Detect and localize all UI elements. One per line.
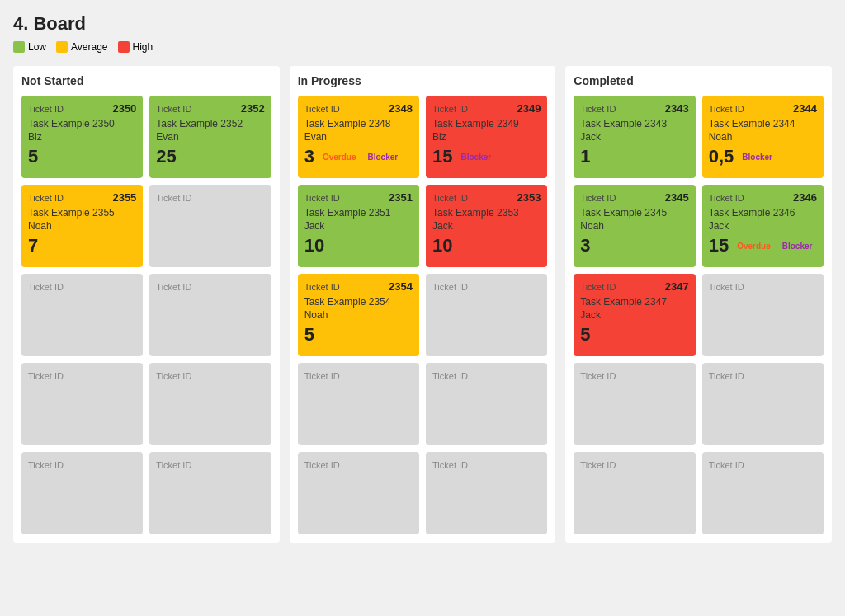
legend-color-average: [56, 41, 68, 53]
card[interactable]: Ticket ID: [149, 274, 271, 356]
card[interactable]: Ticket ID: [702, 363, 824, 445]
sub-col-completed-0: Ticket ID2343Task Example 2343Jack1Ticke…: [574, 96, 695, 534]
sub-col-not-started-1: Ticket ID2352Task Example 2352Evan25Tick…: [149, 96, 271, 534]
card[interactable]: Ticket ID2348Task Example 2348Evan3Overd…: [298, 96, 419, 178]
card-task: Task Example 2343: [580, 118, 688, 129]
card-bottom: 3OverdueBlocker: [304, 146, 413, 167]
card[interactable]: Ticket ID2349Task Example 2349Biz15Block…: [426, 96, 547, 178]
card-ticket-label: Ticket ID: [432, 193, 468, 203]
card[interactable]: Ticket ID2355Task Example 2355Noah7: [21, 185, 143, 267]
card[interactable]: Ticket ID: [149, 452, 271, 534]
card-number: 3: [304, 146, 314, 167]
empty-ticket-label: Ticket ID: [304, 371, 340, 381]
card-task: Task Example 2349: [432, 118, 541, 129]
card-ticket-id: 2345: [665, 191, 689, 204]
legend-item-average: Average: [56, 41, 107, 53]
card-ticket-row: Ticket ID2355: [28, 191, 136, 204]
badge-overdue: Overdue: [319, 151, 360, 163]
card[interactable]: Ticket ID2343Task Example 2343Jack1: [574, 96, 695, 178]
card[interactable]: Ticket ID2344Task Example 2344Noah0,5Blo…: [702, 96, 824, 178]
card-bottom: 0,5Blocker: [709, 146, 817, 167]
card-number: 0,5: [709, 146, 734, 167]
card-ticket-id: 2351: [389, 191, 413, 204]
empty-ticket-label: Ticket ID: [709, 460, 744, 470]
card[interactable]: Ticket ID: [21, 274, 143, 356]
card-ticket-id: 2346: [793, 191, 817, 204]
card-number: 10: [304, 235, 324, 256]
legend-label: Low: [28, 41, 46, 53]
card[interactable]: Ticket ID: [426, 452, 547, 534]
card[interactable]: Ticket ID2346Task Example 2346Jack15Over…: [702, 185, 824, 267]
card-ticket-id: 2348: [389, 102, 413, 115]
card-bottom: 15Blocker: [432, 146, 541, 167]
card-ticket-label: Ticket ID: [432, 104, 468, 114]
card-assignee: Jack: [580, 131, 688, 143]
card[interactable]: Ticket ID2353Task Example 2353Jack10: [426, 185, 547, 267]
card-ticket-id: 2352: [241, 102, 265, 115]
card[interactable]: Ticket ID2350Task Example 2350Biz5: [21, 96, 143, 178]
card-ticket-label: Ticket ID: [709, 104, 744, 114]
sub-col-completed-1: Ticket ID2344Task Example 2344Noah0,5Blo…: [702, 96, 824, 534]
card-ticket-label: Ticket ID: [580, 282, 616, 292]
card-number: 10: [432, 235, 452, 256]
column-in-progress: In ProgressTicket ID2348Task Example 234…: [290, 66, 556, 543]
badge-blocker: Blocker: [365, 151, 402, 163]
card-number: 25: [156, 146, 176, 167]
card[interactable]: Ticket ID: [574, 363, 695, 445]
legend-label: Average: [71, 41, 107, 53]
empty-ticket-label: Ticket ID: [432, 282, 468, 292]
empty-ticket-label: Ticket ID: [156, 193, 191, 203]
card[interactable]: Ticket ID2352Task Example 2352Evan25: [149, 96, 271, 178]
card-ticket-row: Ticket ID2354: [304, 280, 413, 293]
card[interactable]: Ticket ID: [426, 363, 547, 445]
badge-overdue: Overdue: [734, 240, 774, 252]
card[interactable]: Ticket ID2351Task Example 2351Jack10: [298, 185, 419, 267]
column-title-not-started: Not Started: [21, 74, 271, 87]
legend: LowAverageHigh: [13, 41, 832, 53]
card[interactable]: Ticket ID: [149, 363, 271, 445]
badge-blocker: Blocker: [779, 240, 816, 252]
card-number: 3: [580, 235, 590, 256]
card-number: 5: [304, 324, 314, 346]
card-ticket-row: Ticket ID2348: [304, 102, 413, 115]
card-number: 5: [580, 324, 590, 346]
empty-ticket-label: Ticket ID: [156, 371, 191, 381]
sub-col-not-started-0: Ticket ID2350Task Example 2350Biz5Ticket…: [21, 96, 143, 534]
card-bottom: 3: [580, 235, 688, 256]
card-number: 15: [709, 235, 729, 256]
card[interactable]: Ticket ID: [574, 452, 695, 534]
card-ticket-id: 2349: [517, 102, 541, 115]
card[interactable]: Ticket ID2347Task Example 2347Jack5: [574, 274, 695, 356]
card[interactable]: Ticket ID: [426, 274, 547, 356]
card-assignee: Evan: [304, 131, 413, 143]
empty-ticket-label: Ticket ID: [156, 460, 191, 470]
card-task: Task Example 2351: [304, 207, 413, 219]
card-ticket-label: Ticket ID: [304, 193, 340, 203]
card-bottom: 7: [28, 235, 136, 256]
card-number: 5: [28, 146, 38, 167]
card-task: Task Example 2345: [580, 207, 688, 219]
card-ticket-id: 2347: [665, 280, 689, 293]
card[interactable]: Ticket ID: [702, 274, 824, 356]
card-assignee: Noah: [580, 220, 688, 232]
column-title-completed: Completed: [574, 74, 824, 87]
card-task: Task Example 2355: [28, 207, 136, 219]
badge-blocker: Blocker: [458, 151, 495, 163]
legend-item-low: Low: [13, 41, 46, 53]
card-task: Task Example 2347: [580, 296, 688, 308]
card[interactable]: Ticket ID: [149, 185, 271, 267]
card[interactable]: Ticket ID: [21, 363, 143, 445]
card-bottom: 10: [304, 235, 413, 256]
card[interactable]: Ticket ID: [702, 452, 824, 534]
card[interactable]: Ticket ID: [21, 452, 143, 534]
card[interactable]: Ticket ID2345Task Example 2345Noah3: [574, 185, 695, 267]
card[interactable]: Ticket ID: [298, 452, 419, 534]
card[interactable]: Ticket ID2354Task Example 2354Noah5: [298, 274, 419, 356]
legend-color-high: [118, 41, 130, 53]
card-assignee: Jack: [580, 309, 688, 321]
card-ticket-row: Ticket ID2346: [709, 191, 817, 204]
card-assignee: Evan: [156, 131, 264, 143]
sub-col-in-progress-1: Ticket ID2349Task Example 2349Biz15Block…: [426, 96, 547, 534]
legend-label: High: [133, 41, 153, 53]
card[interactable]: Ticket ID: [298, 363, 419, 445]
